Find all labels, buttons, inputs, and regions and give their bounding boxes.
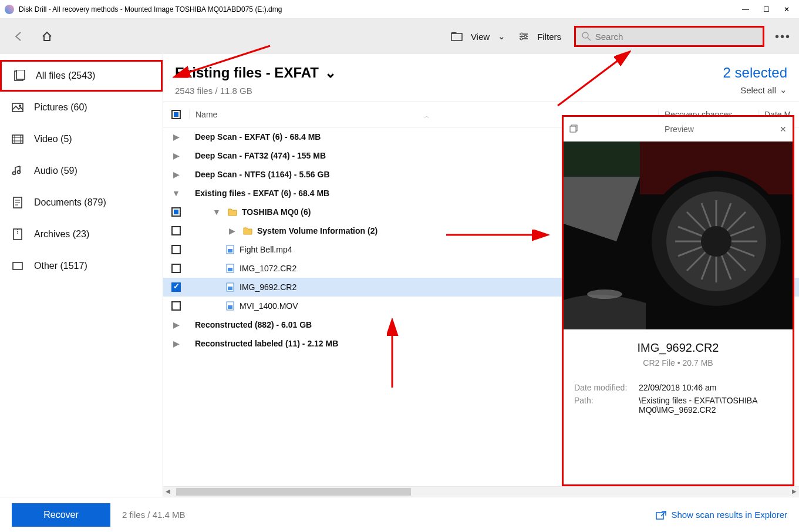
expand-icon[interactable]: ▼ — [210, 207, 223, 217]
folder-icon — [243, 226, 252, 235]
svg-rect-28 — [570, 126, 576, 132]
svg-rect-14 — [13, 262, 22, 270]
files-icon — [14, 70, 25, 82]
bottom-bar: Recover 2 files / 41.4 MB Show scan resu… — [0, 497, 799, 532]
show-in-explorer-link[interactable]: Show scan results in Explorer — [656, 510, 787, 520]
preview-date-label: Date modified: — [574, 383, 639, 392]
filters-button[interactable]: Filters — [518, 32, 561, 42]
toolbar: View ⌄ Filters ••• — [0, 19, 799, 54]
svg-rect-18 — [228, 268, 232, 271]
sidebar-item-pictures[interactable]: Pictures (60) — [0, 92, 163, 123]
svg-rect-13 — [14, 229, 22, 240]
view-label: View — [471, 32, 490, 42]
expand-icon[interactable]: ▶ — [170, 170, 183, 179]
file-icon — [225, 301, 235, 311]
select-all-label: Select all — [740, 85, 776, 95]
svg-point-44 — [587, 289, 622, 299]
explorer-link-label: Show scan results in Explorer — [671, 510, 787, 520]
svg-point-8 — [19, 105, 21, 107]
row-checkbox[interactable] — [171, 282, 181, 292]
file-icon — [225, 264, 235, 273]
svg-rect-9 — [12, 135, 23, 143]
maximize-button[interactable]: ☐ — [763, 5, 770, 14]
sidebar-item-other[interactable]: Other (1517) — [0, 250, 163, 282]
chevron-down-icon: ⌄ — [325, 65, 336, 81]
sidebar-item-label: Documents (879) — [34, 197, 106, 208]
svg-rect-6 — [16, 70, 25, 79]
sidebar-item-audio[interactable]: Audio (59) — [0, 155, 163, 187]
detach-icon[interactable] — [569, 123, 579, 134]
expand-icon[interactable]: ▶ — [225, 226, 238, 235]
preview-panel: Preview ✕ IMG_9692.CR2 CR2 File • 20.7 M… — [562, 115, 794, 486]
chevron-down-icon: ⌄ — [498, 31, 505, 42]
expand-icon[interactable]: ▼ — [170, 188, 183, 198]
expand-icon[interactable]: ▶ — [170, 339, 183, 348]
sidebar-item-archives[interactable]: Archives (23) — [0, 218, 163, 250]
expand-icon[interactable]: ▶ — [170, 151, 183, 160]
expand-icon[interactable]: ▶ — [170, 320, 183, 329]
preview-path-value: \Existing files - EXFAT\TOSHIBA MQ0\IMG_… — [639, 396, 782, 415]
recover-button[interactable]: Recover — [12, 503, 110, 527]
svg-point-10 — [13, 172, 16, 175]
more-button[interactable]: ••• — [775, 30, 791, 43]
row-checkbox[interactable] — [171, 264, 181, 273]
content-title-text: Existing files - EXFAT — [175, 65, 319, 81]
file-icon — [225, 245, 235, 254]
row-name: TOSHIBA MQ0 (6) — [242, 207, 311, 217]
view-dropdown[interactable]: View ⌄ — [451, 31, 505, 42]
content-title[interactable]: Existing files - EXFAT ⌄ — [175, 65, 787, 81]
row-name: Reconstructed labeled (11) - 2.12 MB — [195, 339, 338, 348]
scroll-left-icon[interactable]: ◀ — [166, 488, 170, 494]
minimize-button[interactable]: — — [742, 5, 749, 14]
svg-rect-26 — [228, 305, 232, 309]
audio-icon — [12, 165, 23, 177]
row-checkbox[interactable] — [171, 301, 181, 311]
svg-point-43 — [701, 226, 731, 257]
folder-icon — [228, 207, 237, 217]
sidebar-item-label: Other (1517) — [34, 261, 87, 271]
window-titlebar: Disk Drill - All recovery methods - Moun… — [0, 0, 799, 19]
chevron-down-icon: ⌄ — [780, 85, 787, 95]
sidebar-item-all-files[interactable]: All files (2543) — [0, 60, 163, 92]
folder-icon — [451, 32, 463, 41]
bottom-stats: 2 files / 41.4 MB — [122, 510, 186, 520]
row-name: System Volume Information (2) — [257, 226, 377, 235]
row-checkbox[interactable] — [171, 245, 181, 254]
svg-point-3 — [520, 38, 522, 40]
search-input[interactable] — [595, 32, 757, 42]
home-button[interactable] — [36, 26, 58, 47]
svg-point-2 — [524, 35, 527, 38]
close-button[interactable]: ✕ — [784, 5, 790, 14]
archive-icon — [12, 228, 23, 240]
header-checkbox[interactable] — [171, 110, 181, 119]
row-name: Fight Bell.mp4 — [240, 245, 292, 254]
picture-icon — [12, 102, 23, 113]
svg-point-1 — [521, 33, 523, 35]
sidebar-item-label: Archives (23) — [34, 229, 89, 240]
preview-image — [564, 142, 793, 329]
expand-icon[interactable]: ▶ — [170, 132, 183, 142]
preview-date-value: 22/09/2018 10:46 am — [639, 383, 782, 392]
selection-count: 2 selected — [723, 65, 787, 81]
sidebar-item-label: Pictures (60) — [34, 102, 87, 113]
external-link-icon — [656, 510, 666, 520]
horizontal-scrollbar[interactable]: ◀ ▶ — [163, 486, 799, 497]
close-preview-button[interactable]: ✕ — [780, 124, 787, 134]
scrollbar-thumb[interactable] — [176, 488, 411, 496]
back-button[interactable] — [8, 26, 29, 47]
document-icon — [12, 197, 23, 208]
sidebar-item-label: Audio (59) — [34, 166, 77, 176]
sidebar-item-documents[interactable]: Documents (879) — [0, 187, 163, 218]
sidebar-item-video[interactable]: Video (5) — [0, 123, 163, 155]
row-name: IMG_9692.CR2 — [240, 282, 296, 292]
search-icon — [582, 32, 591, 41]
select-all-button[interactable]: Select all ⌄ — [723, 85, 787, 95]
row-checkbox[interactable] — [171, 226, 181, 235]
scroll-right-icon[interactable]: ▶ — [792, 488, 797, 494]
row-name: Existing files - EXFAT (6) - 68.4 MB — [195, 188, 329, 198]
video-icon — [12, 133, 23, 145]
file-icon — [225, 282, 235, 292]
row-checkbox[interactable] — [171, 207, 181, 217]
search-box[interactable] — [574, 26, 764, 47]
preview-filetype: CR2 File • 20.7 MB — [574, 358, 782, 368]
